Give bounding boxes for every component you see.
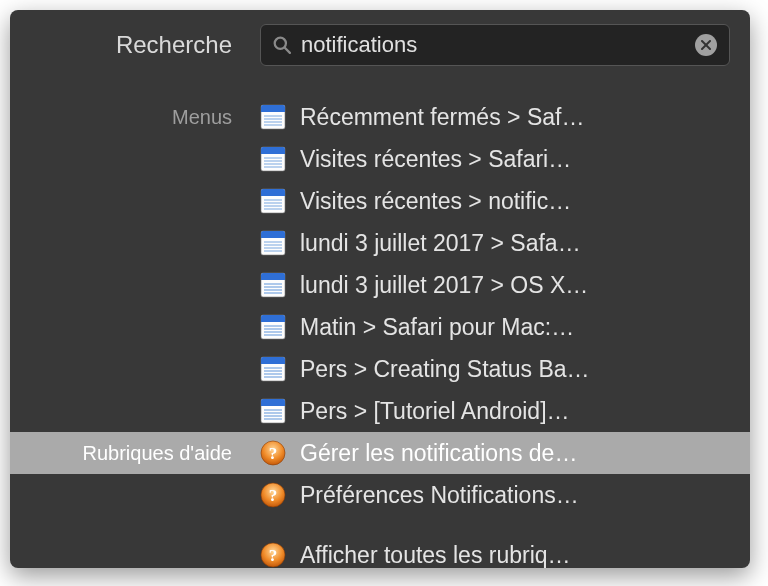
svg-text:?: ?: [269, 546, 278, 565]
svg-rect-20: [261, 194, 285, 196]
show-all-label: Afficher toutes les rubriq…: [300, 542, 571, 569]
bookmark-icon: [260, 230, 286, 256]
bookmark-icon: [260, 104, 286, 130]
menu-result-row[interactable]: Visites récentes > Safari…: [10, 138, 750, 180]
svg-text:?: ?: [269, 444, 278, 463]
section-label-menus: Menus: [172, 106, 232, 128]
search-label: Recherche: [116, 31, 232, 58]
bookmark-icon: [260, 398, 286, 424]
menu-result-label: Visites récentes > Safari…: [300, 146, 571, 173]
search-icon: [273, 36, 291, 54]
menu-result-label: lundi 3 juillet 2017 > OS X…: [300, 272, 588, 299]
svg-line-1: [285, 48, 290, 53]
clear-search-icon[interactable]: [695, 34, 717, 56]
show-all-help-row[interactable]: ? Afficher toutes les rubriq…: [10, 534, 750, 568]
svg-rect-6: [261, 110, 285, 112]
search-row: Recherche: [10, 10, 750, 80]
help-result-row[interactable]: ?Préférences Notifications…: [10, 474, 750, 516]
bookmark-icon: [260, 188, 286, 214]
menu-result-row[interactable]: Pers > Creating Status Ba…: [10, 348, 750, 390]
svg-rect-55: [261, 404, 285, 406]
svg-rect-27: [261, 236, 285, 238]
svg-rect-48: [261, 362, 285, 364]
help-result-label: Gérer les notifications de…: [300, 440, 577, 467]
menu-result-row[interactable]: lundi 3 juillet 2017 > OS X…: [10, 264, 750, 306]
bookmark-icon: [260, 314, 286, 340]
search-input[interactable]: [301, 32, 685, 58]
menu-result-label: Visites récentes > notific…: [300, 188, 571, 215]
bookmark-icon: [260, 356, 286, 382]
menu-result-label: lundi 3 juillet 2017 > Safa…: [300, 230, 581, 257]
search-field[interactable]: [260, 24, 730, 66]
help-result-row[interactable]: Rubriques d'aide?Gérer les notifications…: [10, 432, 750, 474]
menu-result-label: Matin > Safari pour Mac:…: [300, 314, 574, 341]
menu-result-row[interactable]: lundi 3 juillet 2017 > Safa…: [10, 222, 750, 264]
bookmark-icon: [260, 146, 286, 172]
svg-text:?: ?: [269, 486, 278, 505]
svg-rect-41: [261, 320, 285, 322]
menu-result-row[interactable]: Matin > Safari pour Mac:…: [10, 306, 750, 348]
help-result-label: Préférences Notifications…: [300, 482, 579, 509]
bookmark-icon: [260, 272, 286, 298]
menu-result-label: Récemment fermés > Saf…: [300, 104, 584, 131]
svg-rect-13: [261, 152, 285, 154]
help-search-panel: Recherche MenusRécemment fermés > Saf…Vi…: [10, 10, 750, 568]
help-icon: ?: [260, 482, 286, 508]
help-icon: ?: [260, 542, 286, 568]
section-label-help: Rubriques d'aide: [83, 442, 232, 464]
menu-result-label: Pers > [Tutoriel Android]…: [300, 398, 570, 425]
menu-result-row[interactable]: Visites récentes > notific…: [10, 180, 750, 222]
menu-result-label: Pers > Creating Status Ba…: [300, 356, 590, 383]
menu-result-row[interactable]: Pers > [Tutoriel Android]…: [10, 390, 750, 432]
menu-result-row[interactable]: MenusRécemment fermés > Saf…: [10, 96, 750, 138]
svg-rect-34: [261, 278, 285, 280]
help-icon: ?: [260, 440, 286, 466]
